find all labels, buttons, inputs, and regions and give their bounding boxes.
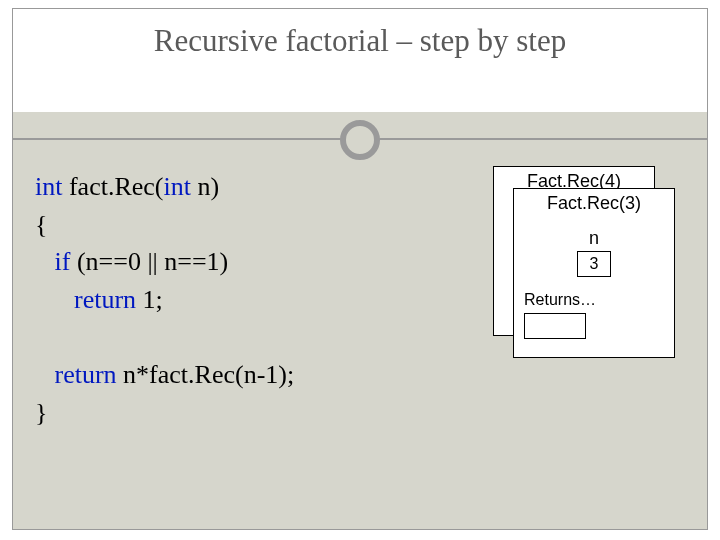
code-line-open-brace: { (35, 206, 294, 244)
slide-frame: Recursive factorial – step by step int f… (12, 8, 708, 530)
frame-front-title: Fact.Rec(3) (514, 189, 674, 214)
returns-value-box (524, 313, 586, 339)
code-text: n) (191, 172, 219, 201)
code-text: fact.Rec( (62, 172, 163, 201)
code-block: int fact.Rec(int n) { if (n==0 || n==1) … (35, 168, 294, 432)
returns-label: Returns… (524, 291, 674, 309)
keyword-return: return (74, 285, 136, 314)
slide-title: Recursive factorial – step by step (13, 9, 707, 59)
code-line-return2: return n*fact.Rec(n-1); (35, 356, 294, 394)
circle-icon (340, 120, 380, 160)
var-n-value: 3 (577, 251, 611, 277)
keyword-int: int (164, 172, 191, 201)
stack-frame-front: Fact.Rec(3) n 3 Returns… (513, 188, 675, 358)
code-line-return1: return 1; (35, 281, 294, 319)
code-line-if: if (n==0 || n==1) (35, 243, 294, 281)
content-band: int fact.Rec(int n) { if (n==0 || n==1) … (13, 112, 707, 529)
title-area: Recursive factorial – step by step (13, 9, 707, 79)
var-n-label: n (514, 228, 674, 249)
keyword-return: return (55, 360, 117, 389)
code-text: 1; (136, 285, 163, 314)
call-stack: Fact.Rec(4) Fact.Rec(3) n 3 Returns… (493, 166, 673, 356)
code-line-signature: int fact.Rec(int n) (35, 168, 294, 206)
divider (13, 112, 707, 172)
keyword-int: int (35, 172, 62, 201)
keyword-if: if (55, 247, 71, 276)
code-text: (n==0 || n==1) (70, 247, 228, 276)
code-line-close-brace: } (35, 394, 294, 432)
code-text: n*fact.Rec(n-1); (117, 360, 295, 389)
code-blank-line (35, 319, 294, 357)
